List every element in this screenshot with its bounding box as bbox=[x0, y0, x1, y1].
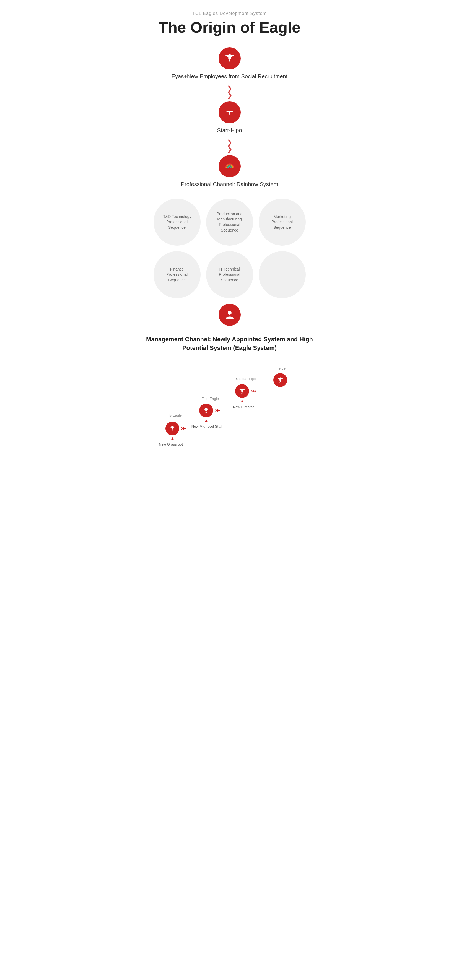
fly-eagle-circle bbox=[166, 422, 179, 435]
tercel-circle bbox=[273, 373, 287, 387]
starthipo-icon bbox=[218, 101, 241, 123]
flow-section: Eyas+New Employees from Social Recruitme… bbox=[133, 47, 327, 361]
prof-circle-1: R&D Technology Professional Sequence bbox=[153, 199, 201, 246]
fly-eagle-tier: Fly-Eagle bbox=[163, 413, 185, 417]
grassroot-label: New Grassroot bbox=[155, 442, 188, 446]
mgmt-icon bbox=[218, 304, 241, 326]
rainbow-label: Professional Channel: Rainbow System bbox=[181, 181, 278, 188]
svg-point-0 bbox=[228, 56, 231, 60]
fly-eagle-arrow: ▲ bbox=[171, 436, 175, 441]
elite-eagle-circle bbox=[199, 404, 213, 417]
svg-point-4 bbox=[241, 390, 243, 392]
professional-grid: R&D Technology Professional Sequence Pro… bbox=[133, 199, 327, 298]
prof-circle-2: Production and Manufacturing Professiona… bbox=[206, 199, 253, 246]
upsoar-circle bbox=[235, 384, 249, 398]
midlevel-label: New Mid-level Staff bbox=[189, 424, 225, 428]
svg-point-2 bbox=[172, 427, 173, 429]
header-subtitle: TCL Eagles Development System bbox=[133, 11, 327, 16]
prof-circle-4: Finance Professional Sequence bbox=[153, 251, 201, 298]
director-label: New Director bbox=[227, 405, 260, 409]
starthipo-label: Start-Hipo bbox=[217, 127, 242, 134]
career-diagram: Fly-Eagle ▲ New Grassroot »» Elite-Eagle… bbox=[135, 361, 324, 466]
elite-eagle-tier: Elite-Eagle bbox=[196, 397, 224, 401]
arrow-upsoar-tercel: »» bbox=[251, 388, 255, 394]
eyas-icon bbox=[218, 47, 241, 69]
svg-point-1 bbox=[228, 311, 231, 315]
arrow-fly-elite: »» bbox=[181, 425, 185, 431]
rainbow-icon bbox=[218, 155, 241, 177]
eyas-label: Eyas+New Employees from Social Recruitme… bbox=[172, 73, 288, 80]
arrow-elite-dir: »» bbox=[215, 407, 219, 413]
page-header: TCL Eagles Development System The Origin… bbox=[133, 11, 327, 36]
svg-point-5 bbox=[279, 379, 281, 381]
arrow-1: ❯ ❯ bbox=[227, 85, 233, 99]
prof-circle-5: IT Technical Professional Sequence bbox=[206, 251, 253, 298]
tercel-tier: Tercel bbox=[271, 366, 293, 371]
prof-circle-3: Marketing Professional Sequence bbox=[259, 199, 306, 246]
prof-circle-6: ··· bbox=[259, 251, 306, 298]
upsoar-arrow: ▲ bbox=[240, 399, 245, 404]
mgmt-label: Management Channel: Newly Appointed Syst… bbox=[133, 335, 327, 352]
elite-eagle-arrow: ▲ bbox=[204, 418, 209, 423]
svg-point-3 bbox=[205, 409, 207, 411]
arrow-2: ❯ ❯ bbox=[227, 139, 233, 153]
upsoar-tier: Upsoar-Hipo bbox=[231, 377, 261, 381]
header-title: The Origin of Eagle bbox=[133, 18, 327, 36]
